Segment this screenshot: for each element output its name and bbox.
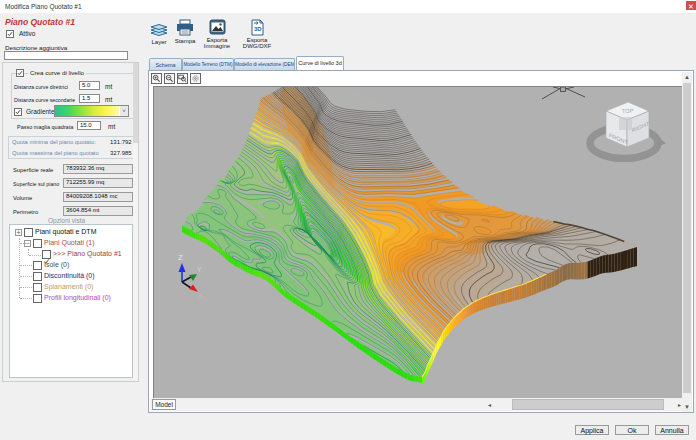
svg-text:Y: Y (197, 266, 202, 273)
svg-text:TOP: TOP (622, 108, 634, 115)
svg-text:Z: Z (178, 253, 183, 262)
svg-text:X: X (198, 292, 203, 298)
svg-text:3D: 3D (254, 26, 262, 32)
